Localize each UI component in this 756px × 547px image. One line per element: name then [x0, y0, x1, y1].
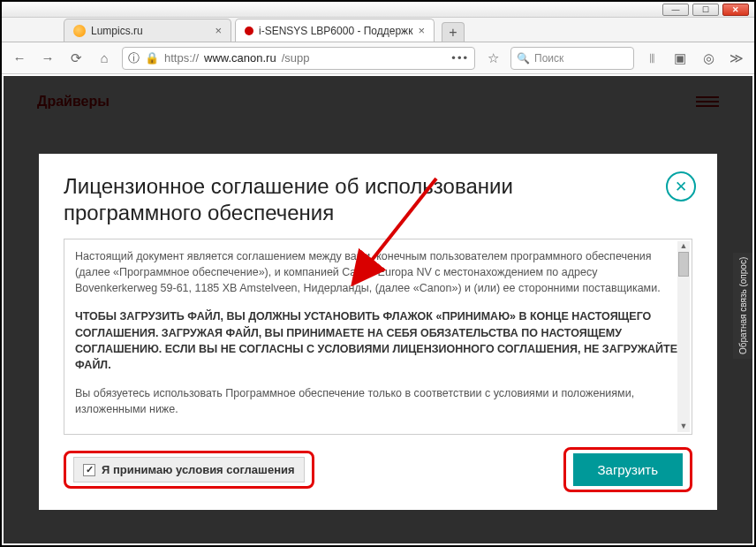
license-text-box: Настоящий документ является соглашением …: [64, 239, 692, 435]
tab-strip: Lumpics.ru × i-SENSYS LBP6000 - Поддержк…: [2, 18, 754, 42]
url-protocol: https://: [164, 51, 199, 65]
license-paragraph: Настоящий документ является соглашением …: [75, 248, 681, 296]
page-actions-icon[interactable]: •••: [451, 51, 469, 65]
license-modal: ✕ Лицензионное соглашение об использован…: [39, 154, 717, 510]
close-icon[interactable]: ×: [215, 24, 222, 37]
forward-button[interactable]: →: [37, 50, 58, 65]
download-button[interactable]: Загрузить: [573, 453, 684, 486]
window-maximize-button[interactable]: [692, 4, 719, 16]
license-paragraph-bold: ЧТОБЫ ЗАГРУЗИТЬ ФАЙЛ, ВЫ ДОЛЖНЫ УСТАНОВИ…: [75, 308, 681, 373]
scroll-up-icon[interactable]: ▲: [677, 241, 690, 252]
accept-label: Я принимаю условия соглашения: [102, 463, 295, 476]
account-button[interactable]: ◎: [698, 50, 719, 66]
tab-label: i-SENSYS LBP6000 - Поддержк: [259, 25, 412, 37]
search-placeholder: Поиск: [534, 52, 563, 65]
sidebar-button[interactable]: ▣: [669, 50, 691, 66]
search-icon: 🔍: [517, 52, 530, 65]
tab-label: Lumpics.ru: [91, 25, 143, 37]
modal-title: Лицензионное соглашение об использовании…: [64, 173, 558, 226]
favicon-icon: [245, 27, 253, 35]
url-path: /supp: [282, 51, 310, 65]
feedback-side-tab[interactable]: Обратная связь (опрос): [733, 253, 752, 359]
bookmark-button[interactable]: ☆: [482, 50, 503, 66]
checkbox-icon[interactable]: ✓: [83, 464, 95, 476]
url-host: www.canon.ru: [204, 51, 276, 65]
scroll-down-icon[interactable]: ▼: [677, 422, 690, 432]
home-button[interactable]: ⌂: [94, 50, 115, 65]
tab-canon[interactable]: i-SENSYS LBP6000 - Поддержк ×: [235, 19, 435, 42]
overflow-button[interactable]: ≫: [726, 50, 747, 66]
window-close-button[interactable]: [722, 4, 749, 16]
highlight-accept: ✓ Я принимаю условия соглашения: [64, 451, 314, 489]
address-bar[interactable]: ⓘ 🔒 https://www.canon.ru/supp •••: [122, 47, 475, 70]
info-icon: ⓘ: [128, 50, 140, 66]
search-input[interactable]: 🔍 Поиск: [510, 47, 634, 70]
tab-lumpics[interactable]: Lumpics.ru ×: [64, 19, 231, 42]
new-tab-button[interactable]: +: [442, 22, 465, 42]
back-button[interactable]: ←: [9, 50, 30, 65]
window-titlebar: [2, 2, 754, 18]
accept-checkbox[interactable]: ✓ Я принимаю условия соглашения: [73, 457, 305, 482]
browser-toolbar: ← → ⟳ ⌂ ⓘ 🔒 https://www.canon.ru/supp ••…: [2, 42, 754, 74]
lock-icon: 🔒: [145, 51, 159, 65]
scroll-thumb[interactable]: [678, 252, 689, 277]
close-icon[interactable]: ×: [418, 24, 425, 37]
reload-button[interactable]: ⟳: [65, 50, 87, 66]
modal-close-button[interactable]: ✕: [666, 171, 696, 201]
favicon-icon: [73, 25, 86, 37]
window-minimize-button[interactable]: [662, 4, 689, 16]
library-button[interactable]: ⫴: [641, 50, 662, 66]
license-paragraph: Вы обязуетесь использовать Программное о…: [75, 385, 681, 417]
scrollbar[interactable]: ▲ ▼: [677, 241, 690, 432]
highlight-download: Загрузить: [563, 447, 693, 492]
